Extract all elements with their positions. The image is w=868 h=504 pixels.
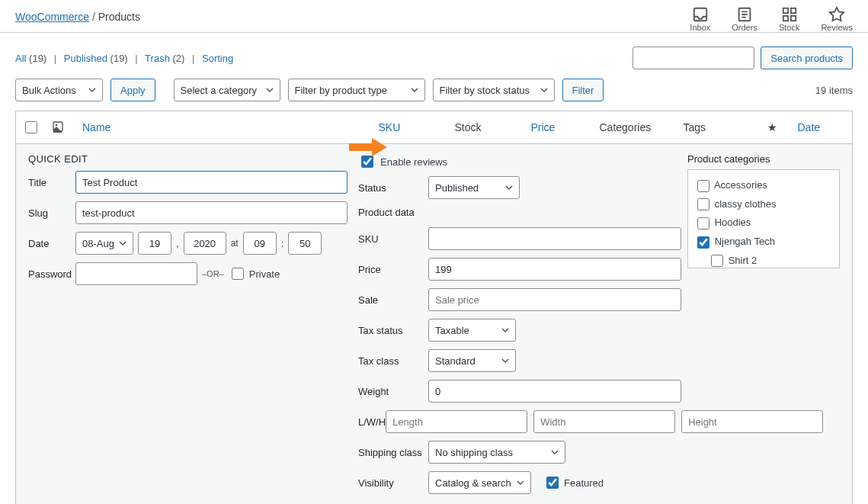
product-categories-heading: Product categories [687, 153, 840, 165]
cat-accessories[interactable] [697, 180, 709, 192]
filter-published[interactable]: Published [64, 53, 107, 64]
svg-point-7 [56, 124, 58, 126]
inbox-icon[interactable]: Inbox [690, 6, 710, 32]
minute-input[interactable] [288, 232, 322, 255]
price-label: Price [358, 264, 428, 275]
weight-input[interactable] [428, 380, 681, 403]
col-price[interactable]: Price [525, 111, 594, 144]
orders-icon[interactable]: Orders [732, 6, 757, 32]
product-data-heading: Product data [358, 207, 681, 218]
filter-stock-select[interactable]: Filter by stock status [433, 79, 555, 101]
svg-rect-5 [790, 16, 795, 21]
tax-class-select[interactable]: Standard [428, 349, 516, 372]
slug-label: Slug [28, 207, 75, 219]
featured-checkbox[interactable] [546, 477, 559, 489]
filter-button[interactable]: Filter [562, 79, 604, 101]
year-input[interactable] [184, 232, 226, 255]
sale-input[interactable] [428, 288, 681, 311]
title-input[interactable] [75, 171, 348, 194]
password-input[interactable] [75, 262, 197, 285]
search-input[interactable] [633, 47, 754, 69]
cat-classy-clothes[interactable] [697, 198, 709, 210]
month-select[interactable]: 08-Aug [75, 232, 133, 255]
col-tags: Tags [677, 111, 761, 144]
cat-hoodies[interactable] [697, 217, 709, 230]
stock-icon[interactable]: Stock [779, 6, 800, 32]
col-date[interactable]: Date [792, 111, 853, 144]
sale-label: Sale [358, 294, 428, 306]
select-all-checkbox[interactable] [25, 121, 37, 133]
items-count: 19 items [815, 85, 853, 96]
svg-rect-2 [783, 8, 787, 13]
shipping-class-label: Shipping class [358, 447, 428, 458]
bulk-actions-select[interactable]: Bulk Actions [15, 79, 103, 101]
visibility-select[interactable]: Catalog & search [428, 471, 531, 494]
col-stock: Stock [449, 111, 525, 144]
col-categories: Categories [594, 111, 677, 144]
slug-input[interactable] [75, 201, 348, 224]
sku-label: SKU [358, 233, 428, 245]
private-checkbox[interactable] [232, 268, 244, 280]
hour-input[interactable] [243, 232, 277, 255]
reviews-icon[interactable]: Reviews [821, 6, 853, 32]
filter-type-select[interactable]: Filter by product type [288, 79, 425, 101]
password-label: Password [28, 268, 75, 280]
date-label: Date [28, 238, 75, 249]
svg-rect-3 [790, 8, 795, 13]
title-label: Title [28, 177, 75, 188]
filter-sorting[interactable]: Sorting [202, 53, 233, 64]
day-input[interactable] [138, 232, 171, 255]
lwh-label: L/W/H [358, 416, 386, 428]
status-label: Status [358, 182, 428, 194]
filter-trash[interactable]: Trash [145, 53, 170, 64]
breadcrumb-leaf: Products [98, 11, 140, 23]
visibility-label: Visibility [358, 477, 428, 489]
svg-rect-4 [783, 16, 787, 21]
product-categories-box[interactable]: Accessories classy clothes Hoodies Njeng… [687, 169, 840, 268]
tax-class-label: Tax class [358, 355, 428, 367]
sku-input[interactable] [428, 227, 681, 250]
table-header-row: Name SKU Stock Price Categories Tags ★ D… [16, 111, 853, 144]
filter-all[interactable]: All [15, 53, 26, 64]
col-featured: ★ [761, 111, 792, 144]
image-column-icon [46, 111, 76, 144]
tax-status-select[interactable]: Taxable [428, 319, 516, 342]
shipping-class-select[interactable]: No shipping class [428, 441, 565, 464]
filter-category-select[interactable]: Select a category [174, 79, 280, 101]
annotation-arrow [349, 136, 387, 158]
width-input[interactable] [533, 410, 675, 433]
subsub-filters: All (19) | Published (19) | Trash (2) | … [15, 53, 233, 64]
quick-edit-heading: QUICK EDIT [28, 153, 348, 165]
cat-njengah-tech[interactable] [697, 236, 709, 249]
price-input[interactable] [428, 258, 681, 281]
breadcrumb: WooCommerce / Products [15, 6, 140, 23]
tax-status-label: Tax status [358, 325, 428, 336]
weight-label: Weight [358, 386, 428, 397]
col-name[interactable]: Name [76, 111, 373, 144]
cat-shirt-2[interactable] [711, 255, 723, 267]
breadcrumb-root[interactable]: WooCommerce [15, 11, 89, 23]
search-button[interactable]: Search products [761, 47, 853, 69]
status-select[interactable]: Published [428, 176, 520, 199]
length-input[interactable] [386, 410, 527, 433]
apply-button[interactable]: Apply [111, 79, 155, 101]
